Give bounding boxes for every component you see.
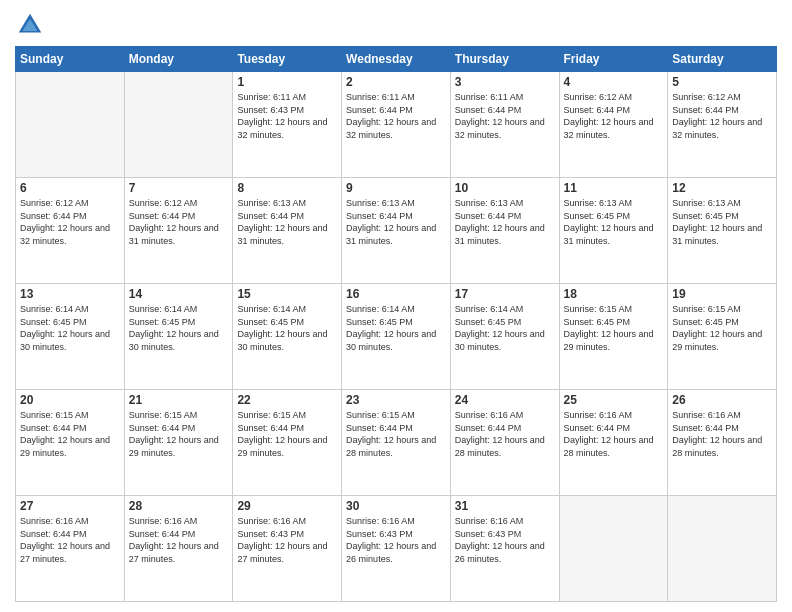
day-number: 24 (455, 393, 555, 407)
day-number: 18 (564, 287, 664, 301)
day-number: 14 (129, 287, 229, 301)
calendar-cell: 25Sunrise: 6:16 AMSunset: 6:44 PMDayligh… (559, 390, 668, 496)
day-number: 12 (672, 181, 772, 195)
logo (15, 10, 49, 40)
calendar-cell (559, 496, 668, 602)
day-info: Sunrise: 6:13 AMSunset: 6:44 PMDaylight:… (237, 197, 337, 247)
day-info: Sunrise: 6:16 AMSunset: 6:43 PMDaylight:… (237, 515, 337, 565)
day-number: 26 (672, 393, 772, 407)
calendar-header-row: SundayMondayTuesdayWednesdayThursdayFrid… (16, 47, 777, 72)
day-info: Sunrise: 6:15 AMSunset: 6:45 PMDaylight:… (564, 303, 664, 353)
calendar-cell (16, 72, 125, 178)
day-info: Sunrise: 6:12 AMSunset: 6:44 PMDaylight:… (129, 197, 229, 247)
day-info: Sunrise: 6:15 AMSunset: 6:45 PMDaylight:… (672, 303, 772, 353)
calendar-cell: 30Sunrise: 6:16 AMSunset: 6:43 PMDayligh… (342, 496, 451, 602)
day-number: 15 (237, 287, 337, 301)
calendar-cell: 19Sunrise: 6:15 AMSunset: 6:45 PMDayligh… (668, 284, 777, 390)
day-info: Sunrise: 6:16 AMSunset: 6:44 PMDaylight:… (564, 409, 664, 459)
day-info: Sunrise: 6:14 AMSunset: 6:45 PMDaylight:… (237, 303, 337, 353)
day-info: Sunrise: 6:14 AMSunset: 6:45 PMDaylight:… (346, 303, 446, 353)
calendar-cell: 6Sunrise: 6:12 AMSunset: 6:44 PMDaylight… (16, 178, 125, 284)
calendar-header-saturday: Saturday (668, 47, 777, 72)
day-number: 5 (672, 75, 772, 89)
logo-icon (15, 10, 45, 40)
calendar-cell: 1Sunrise: 6:11 AMSunset: 6:43 PMDaylight… (233, 72, 342, 178)
day-info: Sunrise: 6:15 AMSunset: 6:44 PMDaylight:… (129, 409, 229, 459)
calendar-cell: 17Sunrise: 6:14 AMSunset: 6:45 PMDayligh… (450, 284, 559, 390)
day-info: Sunrise: 6:16 AMSunset: 6:44 PMDaylight:… (20, 515, 120, 565)
day-info: Sunrise: 6:12 AMSunset: 6:44 PMDaylight:… (672, 91, 772, 141)
day-number: 4 (564, 75, 664, 89)
day-number: 28 (129, 499, 229, 513)
calendar-cell: 21Sunrise: 6:15 AMSunset: 6:44 PMDayligh… (124, 390, 233, 496)
day-info: Sunrise: 6:14 AMSunset: 6:45 PMDaylight:… (20, 303, 120, 353)
calendar-header-sunday: Sunday (16, 47, 125, 72)
day-info: Sunrise: 6:16 AMSunset: 6:44 PMDaylight:… (672, 409, 772, 459)
calendar-cell: 11Sunrise: 6:13 AMSunset: 6:45 PMDayligh… (559, 178, 668, 284)
day-number: 1 (237, 75, 337, 89)
calendar-cell: 23Sunrise: 6:15 AMSunset: 6:44 PMDayligh… (342, 390, 451, 496)
calendar-cell: 18Sunrise: 6:15 AMSunset: 6:45 PMDayligh… (559, 284, 668, 390)
calendar-cell: 7Sunrise: 6:12 AMSunset: 6:44 PMDaylight… (124, 178, 233, 284)
calendar-cell: 13Sunrise: 6:14 AMSunset: 6:45 PMDayligh… (16, 284, 125, 390)
calendar-week-row: 1Sunrise: 6:11 AMSunset: 6:43 PMDaylight… (16, 72, 777, 178)
day-number: 31 (455, 499, 555, 513)
calendar-cell: 10Sunrise: 6:13 AMSunset: 6:44 PMDayligh… (450, 178, 559, 284)
day-number: 13 (20, 287, 120, 301)
day-number: 29 (237, 499, 337, 513)
calendar-week-row: 13Sunrise: 6:14 AMSunset: 6:45 PMDayligh… (16, 284, 777, 390)
calendar-cell: 12Sunrise: 6:13 AMSunset: 6:45 PMDayligh… (668, 178, 777, 284)
day-info: Sunrise: 6:16 AMSunset: 6:44 PMDaylight:… (129, 515, 229, 565)
calendar-header-tuesday: Tuesday (233, 47, 342, 72)
day-info: Sunrise: 6:15 AMSunset: 6:44 PMDaylight:… (237, 409, 337, 459)
day-info: Sunrise: 6:16 AMSunset: 6:43 PMDaylight:… (346, 515, 446, 565)
day-info: Sunrise: 6:13 AMSunset: 6:45 PMDaylight:… (564, 197, 664, 247)
calendar-cell: 4Sunrise: 6:12 AMSunset: 6:44 PMDaylight… (559, 72, 668, 178)
calendar-cell: 27Sunrise: 6:16 AMSunset: 6:44 PMDayligh… (16, 496, 125, 602)
day-number: 11 (564, 181, 664, 195)
calendar-table: SundayMondayTuesdayWednesdayThursdayFrid… (15, 46, 777, 602)
day-number: 17 (455, 287, 555, 301)
header (15, 10, 777, 40)
calendar-cell: 24Sunrise: 6:16 AMSunset: 6:44 PMDayligh… (450, 390, 559, 496)
calendar-cell: 16Sunrise: 6:14 AMSunset: 6:45 PMDayligh… (342, 284, 451, 390)
day-info: Sunrise: 6:15 AMSunset: 6:44 PMDaylight:… (20, 409, 120, 459)
day-info: Sunrise: 6:14 AMSunset: 6:45 PMDaylight:… (455, 303, 555, 353)
day-info: Sunrise: 6:13 AMSunset: 6:44 PMDaylight:… (346, 197, 446, 247)
day-number: 20 (20, 393, 120, 407)
calendar-cell (668, 496, 777, 602)
calendar-cell: 9Sunrise: 6:13 AMSunset: 6:44 PMDaylight… (342, 178, 451, 284)
day-info: Sunrise: 6:12 AMSunset: 6:44 PMDaylight:… (20, 197, 120, 247)
calendar-week-row: 6Sunrise: 6:12 AMSunset: 6:44 PMDaylight… (16, 178, 777, 284)
day-number: 6 (20, 181, 120, 195)
day-info: Sunrise: 6:13 AMSunset: 6:44 PMDaylight:… (455, 197, 555, 247)
calendar-cell: 31Sunrise: 6:16 AMSunset: 6:43 PMDayligh… (450, 496, 559, 602)
calendar-cell: 28Sunrise: 6:16 AMSunset: 6:44 PMDayligh… (124, 496, 233, 602)
calendar-cell (124, 72, 233, 178)
calendar-cell: 2Sunrise: 6:11 AMSunset: 6:44 PMDaylight… (342, 72, 451, 178)
day-number: 30 (346, 499, 446, 513)
day-number: 16 (346, 287, 446, 301)
calendar-cell: 14Sunrise: 6:14 AMSunset: 6:45 PMDayligh… (124, 284, 233, 390)
calendar-cell: 8Sunrise: 6:13 AMSunset: 6:44 PMDaylight… (233, 178, 342, 284)
day-info: Sunrise: 6:11 AMSunset: 6:44 PMDaylight:… (455, 91, 555, 141)
day-info: Sunrise: 6:16 AMSunset: 6:44 PMDaylight:… (455, 409, 555, 459)
day-number: 10 (455, 181, 555, 195)
day-info: Sunrise: 6:11 AMSunset: 6:44 PMDaylight:… (346, 91, 446, 141)
day-info: Sunrise: 6:13 AMSunset: 6:45 PMDaylight:… (672, 197, 772, 247)
calendar-cell: 26Sunrise: 6:16 AMSunset: 6:44 PMDayligh… (668, 390, 777, 496)
day-number: 23 (346, 393, 446, 407)
day-number: 7 (129, 181, 229, 195)
calendar-cell: 3Sunrise: 6:11 AMSunset: 6:44 PMDaylight… (450, 72, 559, 178)
day-number: 9 (346, 181, 446, 195)
calendar-week-row: 27Sunrise: 6:16 AMSunset: 6:44 PMDayligh… (16, 496, 777, 602)
calendar-cell: 15Sunrise: 6:14 AMSunset: 6:45 PMDayligh… (233, 284, 342, 390)
day-info: Sunrise: 6:11 AMSunset: 6:43 PMDaylight:… (237, 91, 337, 141)
day-number: 19 (672, 287, 772, 301)
day-number: 3 (455, 75, 555, 89)
day-info: Sunrise: 6:12 AMSunset: 6:44 PMDaylight:… (564, 91, 664, 141)
day-number: 21 (129, 393, 229, 407)
day-info: Sunrise: 6:15 AMSunset: 6:44 PMDaylight:… (346, 409, 446, 459)
day-number: 2 (346, 75, 446, 89)
calendar-cell: 20Sunrise: 6:15 AMSunset: 6:44 PMDayligh… (16, 390, 125, 496)
